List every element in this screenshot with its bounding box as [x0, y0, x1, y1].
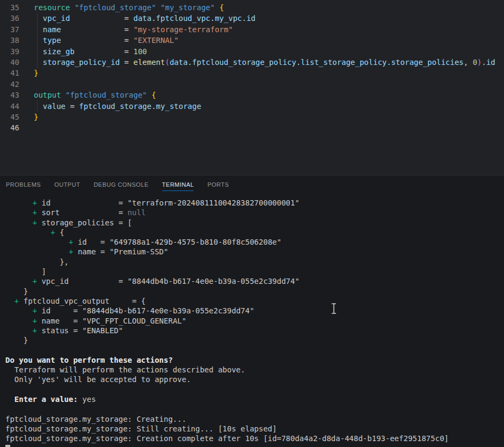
terminal-line: }: [5, 335, 504, 345]
indent-guide: [37, 101, 38, 112]
code-text: storage_policy_id = element(data.fptclou…: [34, 57, 495, 68]
line-number: 36: [0, 13, 19, 24]
code-line-35[interactable]: 35resource "fptcloud_storage" "my_storag…: [0, 2, 504, 13]
terminal-line: },: [5, 257, 504, 267]
terminal-line: + id = "8844db4b-b617-4e0e-b39a-055e2c39…: [5, 306, 504, 316]
code-text: }: [34, 68, 38, 78]
code-text: value = fptcloud_storage.my_storage: [34, 101, 201, 112]
terminal-line: Do you want to perform these actions?: [5, 355, 504, 365]
code-line-39[interactable]: 39 size_gb = 100: [0, 46, 504, 57]
terminal-line: Enter a value: yes: [5, 394, 504, 404]
panel-tab-output[interactable]: OUTPUT: [54, 179, 80, 191]
terminal-line: + sort = null: [5, 208, 504, 217]
panel-tab-debug-console[interactable]: DEBUG CONSOLE: [93, 179, 148, 191]
code-line-40[interactable]: 40 storage_policy_id = element(data.fptc…: [0, 57, 504, 68]
terminal-line: ]: [5, 267, 504, 276]
code-line-44[interactable]: 44 value = fptcloud_storage.my_storage: [0, 101, 504, 112]
terminal-line: + storage_policies = [: [5, 218, 504, 228]
code-text: vpc_id = data.fptcloud_vpc.my_vpc.id: [34, 13, 255, 24]
code-line-36[interactable]: 36 vpc_id = data.fptcloud_vpc.my_vpc.id: [0, 13, 504, 24]
editor-lines: 35resource "fptcloud_storage" "my_storag…: [0, 0, 504, 134]
line-number: 41: [0, 68, 19, 78]
terminal-line: [5, 404, 504, 414]
terminal-line: Only 'yes' will be accepted to approve.: [5, 375, 504, 384]
code-text: name = "my-storage-terraform": [34, 24, 233, 35]
terminal-block-cursor: [5, 445, 10, 447]
line-number: 39: [0, 46, 19, 57]
terminal-output[interactable]: + id = "terraform-2024081110042838270000…: [0, 195, 504, 447]
terminal-line: [5, 443, 504, 447]
terminal-line: }: [5, 287, 504, 296]
terminal-line: fptcloud_storage.my_storage: Creating...: [5, 414, 504, 424]
line-number: 45: [0, 112, 19, 122]
code-text: output "fptcloud_storage" {: [34, 90, 156, 100]
terminal-line: + {: [5, 228, 504, 237]
code-line-45[interactable]: 45}: [0, 112, 504, 122]
line-number: 44: [0, 101, 19, 112]
terminal-line: fptcloud_storage.my_storage: Still creat…: [5, 424, 504, 434]
bottom-panel: PROBLEMSOUTPUTDEBUG CONSOLETERMINALPORTS…: [0, 175, 504, 447]
line-number: 46: [0, 122, 19, 133]
code-editor[interactable]: 35resource "fptcloud_storage" "my_storag…: [0, 0, 504, 175]
indent-guide: [37, 13, 38, 68]
terminal-line: [5, 345, 504, 355]
code-line-41[interactable]: 41}: [0, 68, 504, 78]
terminal-line: + name = "Premium-SSD": [5, 247, 504, 257]
code-line-38[interactable]: 38 type = "EXTERNAL": [0, 35, 504, 46]
line-number: 40: [0, 57, 19, 68]
panel-tab-terminal[interactable]: TERMINAL: [162, 179, 194, 191]
code-line-42[interactable]: 42: [0, 79, 504, 90]
line-number: 38: [0, 35, 19, 46]
terminal-line: + status = "ENABLED": [5, 326, 504, 335]
code-line-46[interactable]: 46: [0, 122, 504, 133]
vscode-window: 35resource "fptcloud_storage" "my_storag…: [0, 0, 504, 447]
terminal-line: + id = "terraform-2024081110042838270000…: [5, 198, 504, 208]
terminal-line: + vpc_id = "8844db4b-b617-4e0e-b39a-055e…: [5, 276, 504, 286]
terminal-line: + id = "649788a1-429b-4575-b810-80f8c506…: [5, 237, 504, 247]
code-text: size_gb = 100: [34, 46, 147, 57]
terminal-line: [5, 385, 504, 394]
code-text: }: [34, 112, 38, 122]
code-text: resource "fptcloud_storage" "my_storage"…: [34, 2, 224, 13]
panel-tab-ports[interactable]: PORTS: [207, 179, 229, 191]
line-number: 37: [0, 24, 19, 35]
code-line-43[interactable]: 43output "fptcloud_storage" {: [0, 90, 504, 100]
code-line-37[interactable]: 37 name = "my-storage-terraform": [0, 24, 504, 35]
line-number: 35: [0, 2, 19, 13]
panel-tab-problems[interactable]: PROBLEMS: [6, 179, 41, 191]
terminal-line: fptcloud_storage.my_storage: Creation co…: [5, 434, 504, 443]
terminal-line: + fptcloud_vpc_output = {: [5, 296, 504, 306]
terminal-line: Terraform will perform the actions descr…: [5, 365, 504, 375]
terminal-line: + name = "VPC_FPT_CLOUD_GENERAL": [5, 316, 504, 326]
panel-tab-bar: PROBLEMSOUTPUTDEBUG CONSOLETERMINALPORTS: [0, 175, 504, 195]
code-text: type = "EXTERNAL": [34, 35, 179, 46]
line-number: 43: [0, 90, 19, 100]
line-number: 42: [0, 79, 19, 90]
